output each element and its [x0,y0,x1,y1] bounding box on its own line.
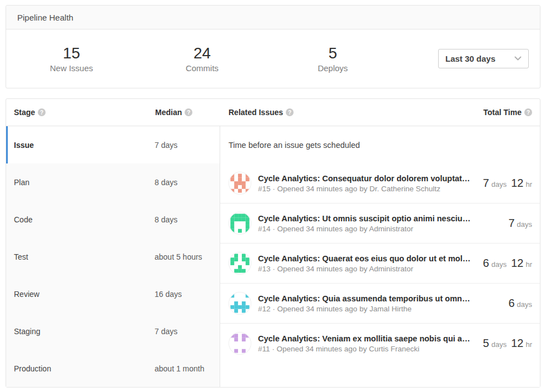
date-range-cell: Last 30 days [398,49,540,68]
help-icon[interactable]: ? [524,108,532,116]
issue-title-link[interactable]: Cycle Analytics: Quaerat eos eius quo do… [258,254,475,263]
stat-card: 15 New Issues [6,44,137,73]
total-time-unit: hr [525,340,532,349]
stage-name: Issue [14,141,155,150]
median-column-label: Median [155,108,182,117]
issue-meta: #13 · Opened 34 minutes ago by Administr… [258,265,475,273]
stat-card: 5 Deploys [267,44,398,73]
date-range-value: Last 30 days [445,54,495,63]
issue-list-item: Cycle Analytics: Veniam ex mollitia saep… [220,323,540,363]
issue-author-link[interactable]: Jamal Hirthe [369,305,411,313]
issue-author-link[interactable]: Curtis Franecki [369,345,419,353]
stat-label: Deploys [267,63,398,73]
stage-name: Production [14,364,155,373]
pipeline-health-page: Pipeline Health 15 New Issues 24 Commits… [0,0,546,392]
total-time-column-label: Total Time [483,108,522,117]
related-issues-column-label: Related Issues [229,108,283,117]
issue-meta-text: #14 · Opened 34 minutes ago by [258,225,368,233]
stat-value: 5 [267,44,398,62]
stat-card: 24 Commits [137,44,267,73]
total-time-unit: days [517,300,532,309]
stage-median: 8 days [155,178,220,187]
issue-title-link[interactable]: Cycle Analytics: Ut omnis suscipit optio… [258,214,500,223]
issue-list-item: Cycle Analytics: Ut omnis suscipit optio… [220,203,540,243]
issue-total-time: 7days12hr [483,177,532,190]
author-avatar[interactable] [229,292,251,315]
total-time-value: 12 [511,257,523,269]
issue-title-link[interactable]: Cycle Analytics: Consequatur dolor dolor… [258,174,475,183]
issue-meta: #12 · Opened 34 minutes ago by Jamal Hir… [258,305,500,313]
table-header-left: Stage ? Median ? [6,108,220,117]
stats-row: 15 New Issues 24 Commits 5 Deploys Last … [6,29,540,88]
issue-title-link[interactable]: Cycle Analytics: Veniam ex mollitia saep… [258,334,475,343]
issue-meta: #14 · Opened 34 minutes ago by Administr… [258,225,500,233]
stat-value: 15 [6,44,137,62]
total-time-value: 7 [508,217,514,229]
issue-title-link[interactable]: Cycle Analytics: Quia assumenda temporib… [258,294,500,303]
total-time-value: 6 [508,297,514,309]
issue-total-time: 7days [508,217,532,230]
issue-content: Cycle Analytics: Veniam ex mollitia saep… [258,334,475,353]
stage-description: Time before an issue gets scheduled [220,126,540,163]
column-header-stage: Stage ? [6,108,155,117]
author-avatar[interactable] [229,332,251,355]
issue-meta-text: #12 · Opened 34 minutes ago by [258,305,368,313]
pipeline-health-card: Pipeline Health 15 New Issues 24 Commits… [6,5,540,88]
total-time-value: 12 [511,177,523,189]
stage-panel: Issue 7 days Plan 8 days Code 8 days Tes… [6,126,220,387]
issue-list-item: Cycle Analytics: Quia assumenda temporib… [220,283,540,323]
stage-median: 8 days [155,215,220,224]
table-header-right: Related Issues ? Total Time ? [220,108,540,117]
stage-row-test[interactable]: Test about 5 hours [6,238,220,275]
stage-name: Review [14,290,155,299]
issue-author-link[interactable]: Administrator [369,265,414,273]
total-time-value: 12 [511,337,523,349]
help-icon[interactable]: ? [38,108,46,116]
date-range-dropdown[interactable]: Last 30 days [438,49,529,68]
stage-column-label: Stage [14,108,35,117]
stage-name: Plan [14,178,155,187]
issue-meta: #11 · Opened 34 minutes ago by Curtis Fr… [258,345,475,353]
issue-content: Cycle Analytics: Ut omnis suscipit optio… [258,214,500,233]
page-title: Pipeline Health [17,13,73,22]
stage-median: 7 days [155,327,220,336]
issue-list-item: Cycle Analytics: Consequatur dolor dolor… [220,163,540,203]
total-time-unit: hr [525,180,532,188]
issue-list-item: Cycle Analytics: Quaerat eos eius quo do… [220,243,540,283]
chevron-down-icon [514,56,522,61]
cycle-analytics-card: Stage ? Median ? Related Issues ? Total … [6,98,540,388]
author-avatar[interactable] [229,172,251,195]
issue-total-time: 5days12hr [483,337,532,350]
total-time-unit: hr [525,260,532,269]
author-avatar[interactable] [229,252,251,275]
stage-row-review[interactable]: Review 16 days [6,275,220,312]
stage-row-code[interactable]: Code 8 days [6,201,220,238]
stage-row-staging[interactable]: Staging 7 days [6,312,220,350]
help-icon[interactable]: ? [185,108,192,116]
issue-author-link[interactable]: Administrator [369,225,414,233]
stat-value: 24 [137,44,267,62]
stage-row-issue[interactable]: Issue 7 days [6,126,220,163]
related-issues-list: Cycle Analytics: Consequatur dolor dolor… [220,163,540,363]
stage-name: Test [14,252,155,261]
help-icon[interactable]: ? [286,108,294,116]
issue-total-time: 6days [508,297,532,310]
issue-meta-text: #13 · Opened 34 minutes ago by [258,265,368,273]
table-header: Stage ? Median ? Related Issues ? Total … [6,99,540,126]
total-time-value: 5 [483,337,489,349]
pipeline-health-header: Pipeline Health [6,6,540,29]
events-panel: Time before an issue gets scheduled Cycl… [220,126,540,387]
issue-author-link[interactable]: Dr. Catherine Schultz [369,185,440,193]
column-header-related-issues: Related Issues ? [229,108,294,117]
author-avatar[interactable] [229,212,251,235]
stat-label: Commits [137,63,267,73]
column-header-median: Median ? [155,108,220,117]
issue-content: Cycle Analytics: Quia assumenda temporib… [258,294,500,313]
issue-content: Cycle Analytics: Quaerat eos eius quo do… [258,254,475,273]
total-time-unit: days [492,260,507,269]
issue-meta: #15 · Opened 34 minutes ago by Dr. Cathe… [258,185,475,193]
stage-row-plan[interactable]: Plan 8 days [6,163,220,201]
stage-row-production[interactable]: Production about 1 month [6,350,220,387]
issue-meta-text: #15 · Opened 34 minutes ago by [258,185,368,193]
total-time-unit: days [492,340,507,349]
